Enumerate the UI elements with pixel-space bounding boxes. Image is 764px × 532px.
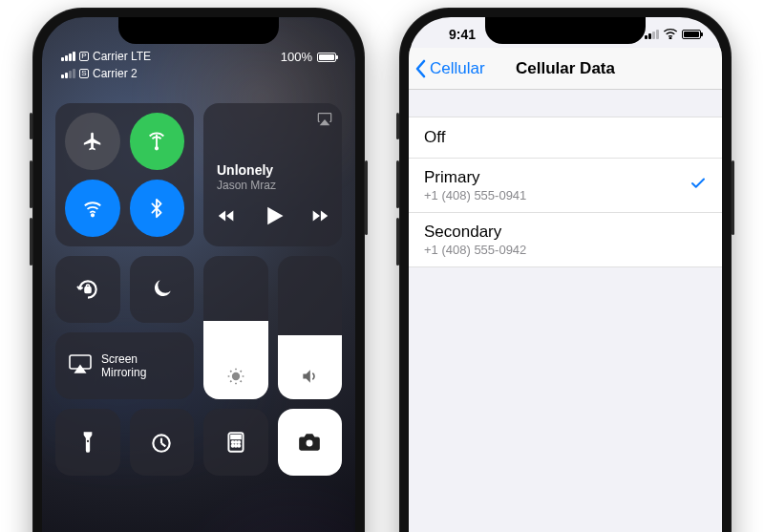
orientation-lock-toggle[interactable]	[55, 256, 120, 323]
notch	[118, 17, 279, 44]
svg-point-1	[92, 214, 94, 216]
nav-bar: Cellular Cellular Data	[409, 48, 722, 90]
svg-point-0	[156, 147, 158, 149]
svg-point-3	[232, 373, 239, 380]
battery-icon	[317, 53, 336, 62]
speaker-icon	[300, 367, 319, 390]
screen-mirroring-icon	[69, 354, 92, 377]
svg-rect-8	[231, 436, 241, 438]
svg-point-10	[235, 441, 237, 443]
svg-point-9	[231, 441, 233, 443]
volume-slider[interactable]	[278, 256, 343, 399]
do-not-disturb-toggle[interactable]	[130, 256, 195, 323]
now-playing-module[interactable]: Unlonely Jason Mraz	[203, 103, 342, 246]
connectivity-module[interactable]	[55, 103, 194, 246]
svg-point-5	[87, 440, 89, 442]
screen-mirroring-label: Screen Mirroring	[101, 352, 146, 380]
svg-point-13	[235, 445, 237, 447]
options-list: Off Primary +1 (408) 555-0941 Seco	[409, 117, 722, 267]
flashlight-button[interactable]	[55, 409, 120, 476]
svg-point-14	[238, 445, 240, 447]
control-center: P Carrier LTE S Carrier 2 100%	[42, 17, 355, 532]
checkmark-icon	[690, 175, 707, 196]
skip-back-button[interactable]	[216, 205, 237, 230]
brightness-slider[interactable]	[203, 256, 268, 399]
calculator-button[interactable]	[203, 409, 268, 476]
status-bar: P Carrier LTE S Carrier 2 100%	[61, 50, 336, 80]
dual-sim-carrier-secondary: S Carrier 2	[61, 67, 151, 80]
wifi-toggle[interactable]	[65, 180, 120, 237]
play-button[interactable]	[260, 202, 286, 233]
settings-screen: 9:41	[409, 17, 722, 532]
dual-sim-carrier-primary: P Carrier LTE	[61, 50, 151, 63]
notch	[485, 17, 646, 44]
cellular-data-toggle[interactable]	[130, 113, 185, 170]
airplane-mode-toggle[interactable]	[65, 113, 120, 170]
airplay-icon[interactable]	[317, 111, 332, 130]
bluetooth-toggle[interactable]	[130, 180, 185, 237]
chevron-left-icon	[414, 59, 428, 78]
camera-button[interactable]	[278, 409, 343, 476]
battery-percent-label: 100%	[281, 50, 312, 64]
svg-point-12	[231, 445, 233, 447]
iphone-left: P Carrier LTE S Carrier 2 100%	[32, 8, 365, 532]
svg-point-15	[307, 440, 313, 447]
now-playing-title: Unlonely	[217, 162, 273, 178]
svg-rect-2	[85, 287, 90, 292]
option-primary[interactable]: Primary +1 (408) 555-0941	[409, 159, 722, 213]
now-playing-artist: Jason Mraz	[217, 179, 276, 192]
iphone-right: 9:41	[399, 8, 732, 532]
svg-point-11	[238, 441, 240, 443]
timer-button[interactable]	[130, 409, 195, 476]
sun-icon	[226, 367, 245, 390]
svg-point-16	[669, 38, 671, 39]
option-off[interactable]: Off	[409, 117, 722, 159]
wifi-icon	[663, 27, 678, 42]
back-button[interactable]: Cellular	[414, 59, 485, 78]
screen-mirroring-button[interactable]: Screen Mirroring	[55, 332, 194, 399]
option-secondary[interactable]: Secondary +1 (408) 555-0942	[409, 213, 722, 267]
page-title: Cellular Data	[516, 59, 615, 78]
skip-forward-button[interactable]	[309, 205, 330, 230]
battery-icon	[682, 30, 701, 39]
status-time: 9:41	[449, 27, 476, 42]
